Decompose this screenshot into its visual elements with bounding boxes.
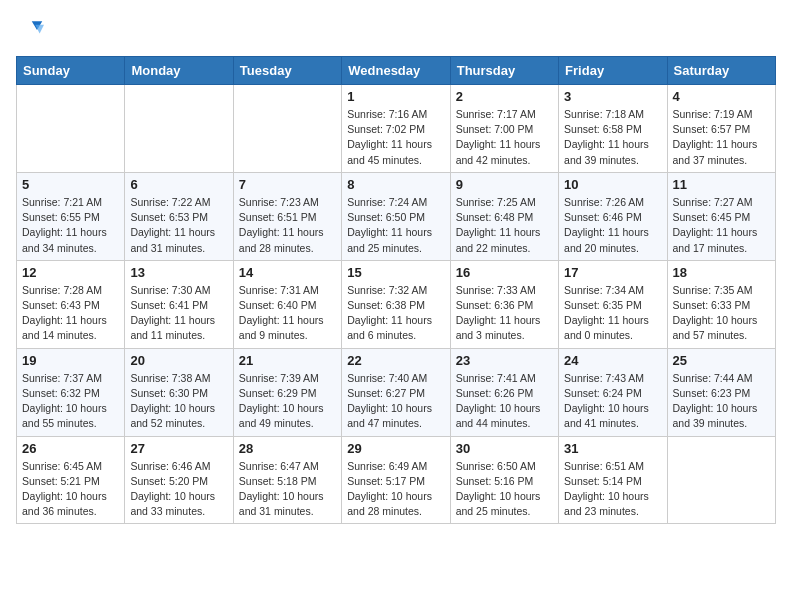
day-number: 14 bbox=[239, 265, 336, 280]
day-info: Sunrise: 7:41 AMSunset: 6:26 PMDaylight:… bbox=[456, 371, 553, 432]
day-info: Sunrise: 7:38 AMSunset: 6:30 PMDaylight:… bbox=[130, 371, 227, 432]
day-number: 2 bbox=[456, 89, 553, 104]
day-number: 31 bbox=[564, 441, 661, 456]
day-number: 27 bbox=[130, 441, 227, 456]
day-number: 9 bbox=[456, 177, 553, 192]
day-info: Sunrise: 7:30 AMSunset: 6:41 PMDaylight:… bbox=[130, 283, 227, 344]
calendar-cell: 23Sunrise: 7:41 AMSunset: 6:26 PMDayligh… bbox=[450, 348, 558, 436]
day-info: Sunrise: 7:40 AMSunset: 6:27 PMDaylight:… bbox=[347, 371, 444, 432]
day-info: Sunrise: 7:22 AMSunset: 6:53 PMDaylight:… bbox=[130, 195, 227, 256]
calendar-cell: 3Sunrise: 7:18 AMSunset: 6:58 PMDaylight… bbox=[559, 85, 667, 173]
calendar-cell bbox=[233, 85, 341, 173]
day-info: Sunrise: 7:31 AMSunset: 6:40 PMDaylight:… bbox=[239, 283, 336, 344]
calendar-week-row: 26Sunrise: 6:45 AMSunset: 5:21 PMDayligh… bbox=[17, 436, 776, 524]
calendar-cell: 12Sunrise: 7:28 AMSunset: 6:43 PMDayligh… bbox=[17, 260, 125, 348]
day-number: 12 bbox=[22, 265, 119, 280]
calendar-cell: 16Sunrise: 7:33 AMSunset: 6:36 PMDayligh… bbox=[450, 260, 558, 348]
day-number: 28 bbox=[239, 441, 336, 456]
calendar-cell: 13Sunrise: 7:30 AMSunset: 6:41 PMDayligh… bbox=[125, 260, 233, 348]
weekday-header-thursday: Thursday bbox=[450, 57, 558, 85]
calendar-cell: 24Sunrise: 7:43 AMSunset: 6:24 PMDayligh… bbox=[559, 348, 667, 436]
day-info: Sunrise: 6:46 AMSunset: 5:20 PMDaylight:… bbox=[130, 459, 227, 520]
day-number: 1 bbox=[347, 89, 444, 104]
calendar-cell: 25Sunrise: 7:44 AMSunset: 6:23 PMDayligh… bbox=[667, 348, 775, 436]
calendar-cell: 27Sunrise: 6:46 AMSunset: 5:20 PMDayligh… bbox=[125, 436, 233, 524]
day-number: 13 bbox=[130, 265, 227, 280]
day-number: 30 bbox=[456, 441, 553, 456]
calendar-cell: 30Sunrise: 6:50 AMSunset: 5:16 PMDayligh… bbox=[450, 436, 558, 524]
day-info: Sunrise: 6:47 AMSunset: 5:18 PMDaylight:… bbox=[239, 459, 336, 520]
calendar-cell bbox=[125, 85, 233, 173]
day-number: 7 bbox=[239, 177, 336, 192]
day-number: 21 bbox=[239, 353, 336, 368]
calendar-cell: 4Sunrise: 7:19 AMSunset: 6:57 PMDaylight… bbox=[667, 85, 775, 173]
day-info: Sunrise: 7:21 AMSunset: 6:55 PMDaylight:… bbox=[22, 195, 119, 256]
day-number: 11 bbox=[673, 177, 770, 192]
calendar-cell bbox=[17, 85, 125, 173]
weekday-header-monday: Monday bbox=[125, 57, 233, 85]
calendar-cell: 9Sunrise: 7:25 AMSunset: 6:48 PMDaylight… bbox=[450, 172, 558, 260]
day-number: 26 bbox=[22, 441, 119, 456]
day-info: Sunrise: 7:26 AMSunset: 6:46 PMDaylight:… bbox=[564, 195, 661, 256]
calendar-cell: 15Sunrise: 7:32 AMSunset: 6:38 PMDayligh… bbox=[342, 260, 450, 348]
page-header bbox=[16, 16, 776, 44]
calendar-body: 1Sunrise: 7:16 AMSunset: 7:02 PMDaylight… bbox=[17, 85, 776, 524]
day-number: 16 bbox=[456, 265, 553, 280]
day-number: 25 bbox=[673, 353, 770, 368]
day-info: Sunrise: 7:24 AMSunset: 6:50 PMDaylight:… bbox=[347, 195, 444, 256]
weekday-header-wednesday: Wednesday bbox=[342, 57, 450, 85]
day-info: Sunrise: 7:23 AMSunset: 6:51 PMDaylight:… bbox=[239, 195, 336, 256]
calendar-week-row: 19Sunrise: 7:37 AMSunset: 6:32 PMDayligh… bbox=[17, 348, 776, 436]
calendar-cell: 2Sunrise: 7:17 AMSunset: 7:00 PMDaylight… bbox=[450, 85, 558, 173]
day-info: Sunrise: 7:16 AMSunset: 7:02 PMDaylight:… bbox=[347, 107, 444, 168]
day-info: Sunrise: 7:25 AMSunset: 6:48 PMDaylight:… bbox=[456, 195, 553, 256]
day-info: Sunrise: 7:35 AMSunset: 6:33 PMDaylight:… bbox=[673, 283, 770, 344]
logo bbox=[16, 16, 48, 44]
calendar-cell: 1Sunrise: 7:16 AMSunset: 7:02 PMDaylight… bbox=[342, 85, 450, 173]
calendar-cell: 6Sunrise: 7:22 AMSunset: 6:53 PMDaylight… bbox=[125, 172, 233, 260]
day-info: Sunrise: 7:17 AMSunset: 7:00 PMDaylight:… bbox=[456, 107, 553, 168]
calendar-cell: 19Sunrise: 7:37 AMSunset: 6:32 PMDayligh… bbox=[17, 348, 125, 436]
calendar-cell: 10Sunrise: 7:26 AMSunset: 6:46 PMDayligh… bbox=[559, 172, 667, 260]
day-number: 17 bbox=[564, 265, 661, 280]
calendar-cell: 17Sunrise: 7:34 AMSunset: 6:35 PMDayligh… bbox=[559, 260, 667, 348]
weekday-header-friday: Friday bbox=[559, 57, 667, 85]
day-info: Sunrise: 7:28 AMSunset: 6:43 PMDaylight:… bbox=[22, 283, 119, 344]
day-info: Sunrise: 7:32 AMSunset: 6:38 PMDaylight:… bbox=[347, 283, 444, 344]
day-info: Sunrise: 6:51 AMSunset: 5:14 PMDaylight:… bbox=[564, 459, 661, 520]
day-number: 24 bbox=[564, 353, 661, 368]
calendar-cell bbox=[667, 436, 775, 524]
calendar-cell: 11Sunrise: 7:27 AMSunset: 6:45 PMDayligh… bbox=[667, 172, 775, 260]
calendar-cell: 14Sunrise: 7:31 AMSunset: 6:40 PMDayligh… bbox=[233, 260, 341, 348]
calendar-cell: 18Sunrise: 7:35 AMSunset: 6:33 PMDayligh… bbox=[667, 260, 775, 348]
calendar-table: SundayMondayTuesdayWednesdayThursdayFrid… bbox=[16, 56, 776, 524]
calendar-cell: 22Sunrise: 7:40 AMSunset: 6:27 PMDayligh… bbox=[342, 348, 450, 436]
calendar-week-row: 5Sunrise: 7:21 AMSunset: 6:55 PMDaylight… bbox=[17, 172, 776, 260]
calendar-cell: 8Sunrise: 7:24 AMSunset: 6:50 PMDaylight… bbox=[342, 172, 450, 260]
calendar-cell: 29Sunrise: 6:49 AMSunset: 5:17 PMDayligh… bbox=[342, 436, 450, 524]
day-info: Sunrise: 7:37 AMSunset: 6:32 PMDaylight:… bbox=[22, 371, 119, 432]
calendar-week-row: 12Sunrise: 7:28 AMSunset: 6:43 PMDayligh… bbox=[17, 260, 776, 348]
day-number: 19 bbox=[22, 353, 119, 368]
calendar-header-row: SundayMondayTuesdayWednesdayThursdayFrid… bbox=[17, 57, 776, 85]
day-number: 18 bbox=[673, 265, 770, 280]
day-number: 10 bbox=[564, 177, 661, 192]
logo-icon bbox=[16, 16, 44, 44]
day-info: Sunrise: 6:49 AMSunset: 5:17 PMDaylight:… bbox=[347, 459, 444, 520]
day-info: Sunrise: 7:44 AMSunset: 6:23 PMDaylight:… bbox=[673, 371, 770, 432]
day-info: Sunrise: 7:18 AMSunset: 6:58 PMDaylight:… bbox=[564, 107, 661, 168]
day-info: Sunrise: 7:39 AMSunset: 6:29 PMDaylight:… bbox=[239, 371, 336, 432]
day-number: 29 bbox=[347, 441, 444, 456]
day-info: Sunrise: 6:45 AMSunset: 5:21 PMDaylight:… bbox=[22, 459, 119, 520]
day-info: Sunrise: 7:43 AMSunset: 6:24 PMDaylight:… bbox=[564, 371, 661, 432]
day-number: 5 bbox=[22, 177, 119, 192]
day-number: 22 bbox=[347, 353, 444, 368]
calendar-cell: 5Sunrise: 7:21 AMSunset: 6:55 PMDaylight… bbox=[17, 172, 125, 260]
calendar-cell: 26Sunrise: 6:45 AMSunset: 5:21 PMDayligh… bbox=[17, 436, 125, 524]
calendar-week-row: 1Sunrise: 7:16 AMSunset: 7:02 PMDaylight… bbox=[17, 85, 776, 173]
weekday-header-sunday: Sunday bbox=[17, 57, 125, 85]
calendar-cell: 7Sunrise: 7:23 AMSunset: 6:51 PMDaylight… bbox=[233, 172, 341, 260]
day-info: Sunrise: 7:19 AMSunset: 6:57 PMDaylight:… bbox=[673, 107, 770, 168]
calendar-cell: 31Sunrise: 6:51 AMSunset: 5:14 PMDayligh… bbox=[559, 436, 667, 524]
day-number: 3 bbox=[564, 89, 661, 104]
